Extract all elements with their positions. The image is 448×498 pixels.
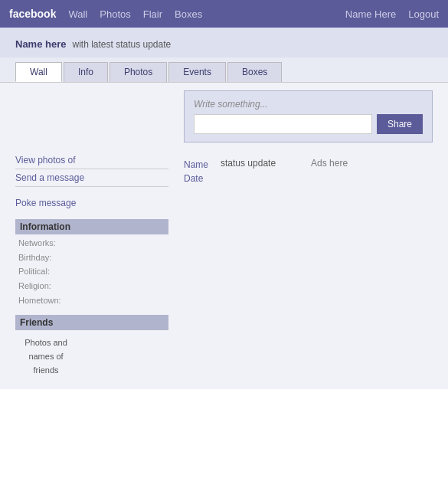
nav-link-wall[interactable]: Wall	[68, 8, 87, 20]
tab-photos[interactable]: Photos	[110, 62, 167, 82]
top-navigation: facebook Wall Photos Flair Boxes Name He…	[0, 0, 448, 28]
feed-status: status update	[221, 158, 276, 185]
information-section-title: Information	[15, 219, 168, 234]
tab-boxes[interactable]: Boxes	[227, 62, 282, 82]
info-religion: Religion:	[15, 279, 168, 293]
profile-status: with latest status update	[72, 39, 171, 50]
share-button[interactable]: Share	[377, 114, 423, 134]
info-political: Political:	[15, 264, 168, 279]
nav-right: Name Here Logout	[345, 8, 439, 20]
info-items: Networks: Birthday: Political: Religion:…	[15, 236, 168, 307]
profile-tabs: Wall Info Photos Events Boxes	[0, 57, 448, 83]
write-input[interactable]	[194, 114, 372, 134]
send-message-link[interactable]: Send a message	[15, 169, 168, 187]
profile-header: Name here with latest status update	[0, 28, 448, 57]
feed-name-date: Name Date	[184, 158, 208, 185]
feed-item: Name Date status update Ads here	[184, 153, 433, 190]
feed-date: Date	[184, 172, 208, 185]
write-label: Write something...	[194, 99, 423, 110]
write-input-row: Share	[194, 114, 423, 134]
nav-link-photos[interactable]: Photos	[100, 8, 130, 20]
friends-content: Photos and names of friends	[15, 332, 77, 382]
main-content: View photos of Send a message Poke messa…	[0, 83, 448, 389]
content-wrapper: View photos of Send a message Poke messa…	[0, 83, 448, 389]
write-box: Write something... Share	[184, 90, 433, 143]
tab-events[interactable]: Events	[168, 62, 226, 82]
nav-left: facebook Wall Photos Flair Boxes	[9, 8, 345, 20]
brand-logo: facebook	[9, 8, 56, 20]
nav-username: Name Here	[345, 8, 396, 20]
tab-info[interactable]: Info	[64, 62, 108, 82]
info-hometown: Hometown:	[15, 293, 168, 308]
logout-button[interactable]: Logout	[408, 8, 439, 20]
left-sidebar: View photos of Send a message Poke messa…	[15, 90, 168, 382]
feed-name: Name	[184, 158, 208, 172]
poke-link[interactable]: Poke message	[15, 195, 168, 211]
friends-section-title: Friends	[15, 315, 168, 330]
info-birthday: Birthday:	[15, 251, 168, 265]
profile-name: Name here	[15, 38, 66, 50]
nav-link-flair[interactable]: Flair	[143, 8, 162, 20]
info-networks: Networks:	[15, 236, 168, 251]
tab-wall[interactable]: Wall	[15, 62, 62, 82]
feed-ads: Ads here	[311, 158, 348, 185]
view-photos-link[interactable]: View photos of	[15, 152, 168, 169]
nav-link-boxes[interactable]: Boxes	[175, 8, 202, 20]
center-content: Write something... Share Name Date statu…	[184, 90, 433, 382]
